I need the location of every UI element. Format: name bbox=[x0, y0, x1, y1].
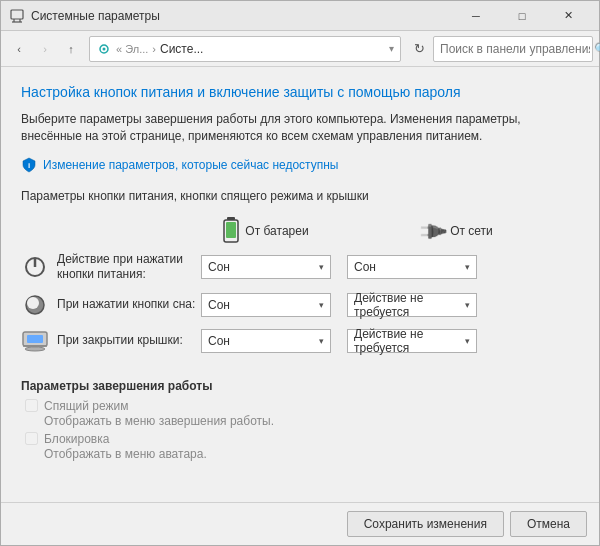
change-link-row: i Изменение параметров, которые сейчас н… bbox=[21, 157, 579, 173]
up-icon: ↑ bbox=[68, 43, 74, 55]
sleep-button-icon bbox=[21, 291, 49, 319]
battery-header-text: От батареи bbox=[245, 224, 308, 238]
main-window: Системные параметры ─ □ ✕ ‹ › ↑ « Эл... … bbox=[0, 0, 600, 546]
up-button[interactable]: ↑ bbox=[59, 37, 83, 61]
power-button-label: Действие при нажатии кнопки питания: bbox=[57, 252, 201, 283]
lock-item: Блокировка Отображать в меню аватара. bbox=[21, 432, 579, 461]
window-icon bbox=[9, 8, 25, 24]
lock-row: Блокировка bbox=[25, 432, 579, 446]
save-button[interactable]: Сохранить изменения bbox=[347, 511, 504, 537]
refresh-button[interactable]: ↻ bbox=[407, 37, 431, 61]
change-link[interactable]: Изменение параметров, которые сейчас нед… bbox=[43, 158, 339, 172]
lock-checkbox[interactable] bbox=[25, 432, 38, 445]
power-table-header: От батареи 🔌 От сети bbox=[21, 217, 579, 246]
search-bar[interactable]: 🔍 bbox=[433, 36, 593, 62]
window-title: Системные параметры bbox=[31, 9, 453, 23]
power-button-row: Действие при нажатии кнопки питания: Сон… bbox=[21, 252, 579, 283]
power-settings-table: От батареи 🔌 От сети Действие при нажати… bbox=[21, 217, 579, 363]
content-area: Настройка кнопок питания и включение защ… bbox=[1, 67, 599, 502]
title-bar: Системные параметры ─ □ ✕ bbox=[1, 1, 599, 31]
power-button-battery-dropdown[interactable]: Сон ▾ bbox=[201, 255, 331, 279]
svg-point-13 bbox=[27, 297, 39, 309]
dropdown-arrow-icon: ▾ bbox=[319, 262, 324, 272]
sleep-mode-sublabel: Отображать в меню завершения работы. bbox=[44, 414, 579, 428]
dropdown-arrow-icon: ▾ bbox=[319, 336, 324, 346]
shield-icon: i bbox=[21, 157, 37, 173]
navigation-bar: ‹ › ↑ « Эл... › Систе... ▾ ↻ 🔍 bbox=[1, 31, 599, 67]
dropdown-arrow-icon: ▾ bbox=[465, 300, 470, 310]
power-section-label: Параметры кнопки питания, кнопки спящего… bbox=[21, 189, 579, 203]
forward-button[interactable]: › bbox=[33, 37, 57, 61]
forward-icon: › bbox=[43, 43, 47, 55]
sleep-mode-checkbox[interactable] bbox=[25, 399, 38, 412]
window-controls: ─ □ ✕ bbox=[453, 1, 591, 31]
lid-ac-dropdown[interactable]: Действие не требуется ▾ bbox=[347, 329, 477, 353]
sleep-button-dropdowns: Сон ▾ Действие не требуется ▾ bbox=[201, 293, 477, 317]
shutdown-section-label: Параметры завершения работы bbox=[21, 379, 579, 393]
ac-header-text: От сети bbox=[450, 224, 493, 238]
svg-rect-17 bbox=[27, 335, 43, 343]
power-button-icon bbox=[21, 253, 49, 281]
plug-icon: 🔌 bbox=[414, 214, 449, 249]
sleep-button-row: При нажатии кнопки сна: Сон ▾ Действие н… bbox=[21, 291, 579, 319]
address-chevron: › bbox=[152, 43, 156, 55]
cancel-button[interactable]: Отмена bbox=[510, 511, 587, 537]
search-input[interactable] bbox=[440, 42, 590, 56]
back-icon: ‹ bbox=[17, 43, 21, 55]
back-button[interactable]: ‹ bbox=[7, 37, 31, 61]
dropdown-arrow-icon: ▾ bbox=[319, 300, 324, 310]
address-text-part2: Систе... bbox=[160, 42, 203, 56]
sleep-button-battery-dropdown[interactable]: Сон ▾ bbox=[201, 293, 331, 317]
close-button[interactable]: ✕ bbox=[545, 1, 591, 31]
search-icon: 🔍 bbox=[594, 42, 600, 56]
sleep-button-label: При нажатии кнопки сна: bbox=[57, 297, 201, 313]
svg-point-5 bbox=[103, 47, 106, 50]
lock-sublabel: Отображать в меню аватара. bbox=[44, 447, 579, 461]
dropdown-arrow-icon: ▾ bbox=[465, 262, 470, 272]
lock-label: Блокировка bbox=[44, 432, 109, 446]
lid-battery-dropdown[interactable]: Сон ▾ bbox=[201, 329, 331, 353]
svg-point-16 bbox=[25, 347, 45, 351]
refresh-icon: ↻ bbox=[414, 41, 425, 56]
lid-icon bbox=[21, 327, 49, 355]
sleep-mode-item: Спящий режим Отображать в меню завершени… bbox=[21, 399, 579, 428]
ac-header: 🔌 От сети bbox=[391, 219, 521, 243]
maximize-button[interactable]: □ bbox=[499, 1, 545, 31]
address-bar[interactable]: « Эл... › Систе... ▾ bbox=[89, 36, 401, 62]
sleep-mode-label: Спящий режим bbox=[44, 399, 128, 413]
address-settings-icon bbox=[96, 41, 112, 57]
minimize-button[interactable]: ─ bbox=[453, 1, 499, 31]
lid-label: При закрытии крышки: bbox=[57, 333, 201, 349]
sleep-button-ac-dropdown[interactable]: Действие не требуется ▾ bbox=[347, 293, 477, 317]
lid-row: При закрытии крышки: Сон ▾ Действие не т… bbox=[21, 327, 579, 355]
address-dropdown-icon: ▾ bbox=[389, 43, 394, 54]
page-description: Выберите параметры завершения работы для… bbox=[21, 111, 579, 145]
svg-text:i: i bbox=[28, 161, 30, 170]
address-text-part1: « Эл... bbox=[116, 43, 148, 55]
dropdown-arrow-icon: ▾ bbox=[465, 336, 470, 346]
battery-icon bbox=[223, 217, 239, 246]
svg-rect-0 bbox=[11, 10, 23, 19]
shutdown-section: Параметры завершения работы Спящий режим… bbox=[21, 379, 579, 465]
power-button-dropdowns: Сон ▾ Сон ▾ bbox=[201, 255, 477, 279]
power-button-ac-dropdown[interactable]: Сон ▾ bbox=[347, 255, 477, 279]
sleep-mode-row: Спящий режим bbox=[25, 399, 579, 413]
battery-header: От батареи bbox=[201, 217, 331, 246]
footer: Сохранить изменения Отмена bbox=[1, 502, 599, 545]
lid-dropdowns: Сон ▾ Действие не требуется ▾ bbox=[201, 329, 477, 353]
svg-rect-9 bbox=[226, 222, 236, 238]
page-title: Настройка кнопок питания и включение защ… bbox=[21, 83, 579, 101]
